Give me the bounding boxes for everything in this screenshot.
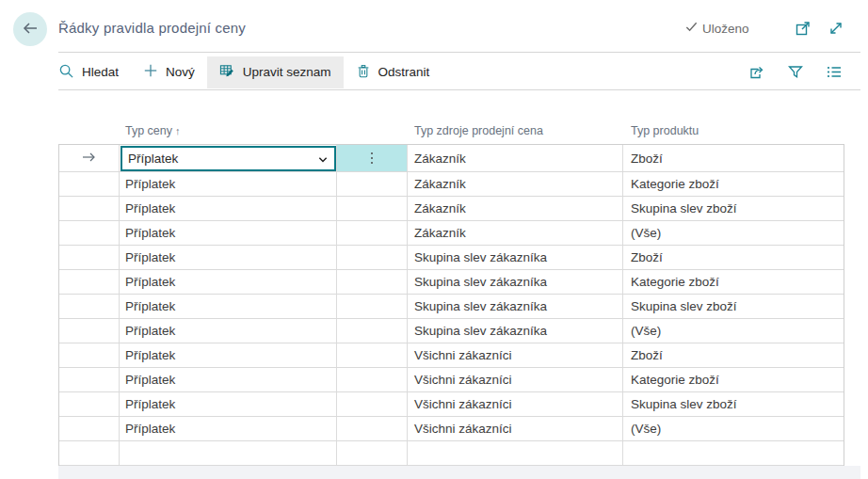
product-type-cell[interactable]: (Vše) — [623, 417, 844, 440]
product-type-cell[interactable]: Kategorie zboží — [623, 368, 844, 391]
product-type-cell[interactable]: (Vše) — [623, 221, 844, 245]
table-row[interactable]: Příplatek Všichni zákazníci Kategorie zb… — [59, 368, 844, 392]
data-grid: Příplatek Zákazník Zboží Příplatek Zák — [58, 144, 844, 466]
source-type-cell[interactable]: Skupina slev zákazníka — [408, 246, 623, 269]
table-row[interactable]: Příplatek Skupina slev zákazníka Zboží — [59, 246, 844, 270]
product-type-cell[interactable]: Zboží — [623, 246, 844, 269]
price-type-cell[interactable]: Příplatek — [120, 270, 337, 294]
share-icon[interactable] — [747, 63, 766, 82]
row-selector-cell — [59, 319, 120, 343]
search-button[interactable]: Hledat — [46, 56, 131, 88]
current-row-arrow-icon — [81, 150, 97, 168]
source-type-cell[interactable]: Zákazník — [408, 221, 623, 245]
action-toolbar: Hledat Nový Upravit seznam — [46, 55, 442, 89]
source-type-cell[interactable]: Zákazník — [408, 197, 623, 220]
price-type-cell[interactable]: Příplatek — [120, 172, 337, 196]
table-row[interactable]: Příplatek Všichni zákazníci (Vše) — [59, 417, 844, 441]
expand-icon[interactable] — [827, 19, 845, 38]
table-row[interactable]: Příplatek Všichni zákazníci Skupina slev… — [59, 392, 844, 417]
row-options-cell — [337, 270, 408, 294]
row-selector-cell — [59, 246, 120, 269]
row-options-cell — [337, 197, 408, 220]
row-selector-cell — [59, 392, 120, 416]
filter-icon[interactable] — [786, 63, 805, 82]
row-selector-cell — [59, 295, 120, 318]
product-type-cell[interactable]: (Vše) — [623, 319, 844, 343]
row-selector-cell — [59, 221, 120, 245]
price-type-cell[interactable]: Příplatek — [120, 417, 337, 440]
product-type-cell[interactable] — [623, 441, 844, 465]
vertical-ellipsis-icon — [371, 152, 374, 165]
product-type-cell[interactable]: Skupina slev zboží — [623, 295, 844, 318]
table-row[interactable]: Příplatek Skupina slev zákazníka Kategor… — [59, 270, 844, 295]
source-type-cell[interactable]: Zákazník — [408, 172, 623, 196]
source-type-cell[interactable]: Všichni zákazníci — [408, 343, 623, 367]
column-header-product-type[interactable]: Typ produktu — [631, 124, 699, 137]
source-type-cell[interactable]: Všichni zákazníci — [408, 417, 623, 440]
source-type-cell[interactable]: Skupina slev zákazníka — [408, 270, 623, 294]
row-options-cell — [337, 319, 408, 343]
source-type-cell[interactable]: Všichni zákazníci — [408, 368, 623, 391]
source-type-cell[interactable]: Skupina slev zákazníka — [408, 295, 623, 318]
price-type-cell[interactable]: Příplatek — [120, 319, 337, 343]
price-type-cell[interactable]: Příplatek — [120, 343, 337, 367]
check-icon — [684, 20, 699, 37]
search-label: Hledat — [82, 65, 119, 79]
table-row[interactable]: Příplatek Zákazník (Vše) — [59, 221, 844, 246]
column-header-price-type[interactable]: Typ ceny↑ — [125, 124, 181, 137]
row-options-cell — [337, 343, 408, 367]
row-selector-cell — [59, 343, 120, 367]
page-title: Řádky pravidla prodejní ceny — [58, 20, 246, 36]
table-row[interactable]: Příplatek Zákazník Skupina slev zboží — [59, 197, 844, 221]
row-options-cell — [337, 368, 408, 391]
row-options-cell — [337, 221, 408, 245]
row-selector-cell — [59, 145, 120, 171]
row-selector-cell — [59, 270, 120, 294]
open-in-new-window-icon[interactable] — [794, 19, 812, 38]
row-options-cell — [337, 295, 408, 318]
price-type-cell[interactable]: Příplatek — [120, 197, 337, 220]
product-type-cell[interactable]: Skupina slev zboží — [623, 197, 844, 220]
product-type-cell[interactable]: Skupina slev zboží — [623, 392, 844, 416]
footer-strip — [58, 466, 860, 479]
column-header-source-type[interactable]: Typ zdroje prodejní cena — [414, 124, 543, 137]
column-headers: Typ ceny↑ Typ zdroje prodejní cena Typ p… — [0, 124, 868, 141]
row-more-options-button[interactable] — [337, 145, 408, 171]
source-type-cell[interactable]: Skupina slev zákazníka — [408, 319, 623, 343]
price-type-cell[interactable]: Příplatek — [120, 368, 337, 391]
new-button[interactable]: Nový — [131, 56, 207, 88]
table-row[interactable]: Příplatek Skupina slev zákazníka (Vše) — [59, 319, 844, 343]
table-row[interactable]: Příplatek Zákazník Kategorie zboží — [59, 172, 844, 197]
table-row-empty[interactable] — [59, 441, 844, 466]
edit-list-icon — [219, 63, 235, 81]
row-selector-cell — [59, 417, 120, 440]
new-label: Nový — [166, 65, 195, 79]
edit-list-button[interactable]: Upravit seznam — [207, 56, 344, 88]
price-type-cell: Příplatek — [120, 145, 337, 171]
row-options-cell — [337, 441, 408, 465]
product-type-cell[interactable]: Kategorie zboží — [623, 270, 844, 294]
table-row[interactable]: Příplatek Všichni zákazníci Zboží — [59, 343, 844, 368]
price-type-cell[interactable]: Příplatek — [120, 246, 337, 269]
price-type-cell[interactable] — [120, 441, 337, 465]
table-row[interactable]: Příplatek Skupina slev zákazníka Skupina… — [59, 295, 844, 319]
product-type-cell[interactable]: Kategorie zboží — [623, 172, 844, 196]
back-button[interactable] — [13, 12, 47, 46]
toolbar-divider — [58, 89, 860, 90]
source-type-cell[interactable]: Zákazník — [408, 145, 623, 171]
list-options-icon[interactable] — [825, 63, 844, 82]
table-row-selected[interactable]: Příplatek Zákazník Zboží — [59, 145, 844, 172]
price-type-cell[interactable]: Příplatek — [120, 295, 337, 318]
header-divider — [58, 52, 860, 53]
trash-icon — [356, 63, 371, 82]
delete-button[interactable]: Odstranit — [344, 56, 442, 88]
product-type-cell[interactable]: Zboží — [623, 343, 844, 367]
toolbar-right-icons — [747, 55, 844, 89]
price-type-cell[interactable]: Příplatek — [120, 392, 337, 416]
source-type-cell[interactable] — [408, 441, 623, 465]
price-type-cell[interactable]: Příplatek — [120, 221, 337, 245]
row-selector-cell — [59, 197, 120, 220]
product-type-cell[interactable]: Zboží — [623, 145, 844, 171]
price-type-select[interactable]: Příplatek — [121, 146, 336, 171]
source-type-cell[interactable]: Všichni zákazníci — [408, 392, 623, 416]
